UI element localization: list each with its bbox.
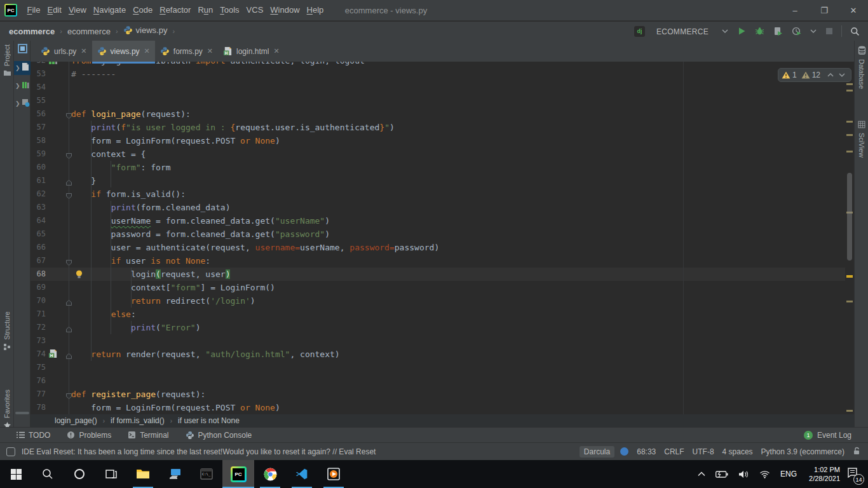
code-line[interactable]: 66 user = authenticate(request, username… xyxy=(31,241,845,254)
tray-expand-icon[interactable] xyxy=(698,471,705,477)
code-line[interactable]: 57 print(f"is user logged in : {request.… xyxy=(31,121,845,134)
taskbar-remote[interactable] xyxy=(159,460,191,488)
tab-close-icon[interactable]: ✕ xyxy=(81,47,86,55)
code-line[interactable]: 56def login_page(request): xyxy=(31,107,845,121)
toolwindow-button-problems[interactable]: Problems xyxy=(67,431,111,440)
taskbar-chrome[interactable] xyxy=(254,460,286,488)
line-number[interactable]: 76 xyxy=(35,374,46,388)
menu-refactor[interactable]: Refactor xyxy=(156,0,194,20)
wifi-icon[interactable] xyxy=(759,470,770,478)
line-number[interactable]: 75 xyxy=(35,361,46,374)
menu-file[interactable]: File xyxy=(24,0,44,20)
taskbar-start[interactable] xyxy=(0,460,32,488)
lock-icon[interactable] xyxy=(853,447,860,457)
code-line[interactable]: 73 xyxy=(31,334,845,348)
line-number[interactable]: 68 xyxy=(35,268,46,281)
line-number[interactable]: 69 xyxy=(35,281,46,294)
line-number[interactable]: 64 xyxy=(35,214,46,227)
stripe-button-favorites[interactable]: Favorites xyxy=(0,390,14,431)
run-button[interactable] xyxy=(737,27,746,36)
menu-run[interactable]: Run xyxy=(194,0,217,20)
encoding-widget[interactable]: UTF-8 xyxy=(693,447,714,456)
stop-button[interactable] xyxy=(825,27,833,35)
taskbar-explorer[interactable] xyxy=(127,460,159,488)
battery-icon[interactable] xyxy=(715,471,728,478)
breadcrumb-item[interactable]: views.py xyxy=(123,25,168,37)
code-line[interactable]: 68 login(request, user) xyxy=(31,268,845,281)
line-number[interactable]: 54 xyxy=(35,81,46,94)
menu-edit[interactable]: Edit xyxy=(44,0,65,20)
caret-position-widget[interactable]: 68:33 xyxy=(637,447,656,456)
breadcrumb-item[interactable]: login_page() xyxy=(55,416,97,425)
language-indicator[interactable]: ENG xyxy=(780,470,797,478)
close-button[interactable]: ✕ xyxy=(839,0,868,21)
code-line[interactable]: 60 "form": form xyxy=(31,161,845,174)
line-number[interactable]: 71 xyxy=(35,308,46,321)
line-number[interactable]: 56 xyxy=(35,107,46,121)
profiler-chevron[interactable] xyxy=(810,29,817,33)
line-separator-widget[interactable]: CRLF xyxy=(664,447,684,456)
line-number[interactable]: 70 xyxy=(35,294,46,308)
project-tree-row[interactable]: ❯ xyxy=(14,79,31,93)
code-line[interactable]: 64 userName = form.cleaned_data.get("use… xyxy=(31,214,845,227)
taskbar-pycharm[interactable]: PC xyxy=(222,460,254,488)
tab-views-py[interactable]: views.py✕ xyxy=(92,41,155,62)
line-number[interactable]: 78 xyxy=(35,401,46,414)
line-number[interactable]: 59 xyxy=(35,147,46,161)
taskbar-media[interactable] xyxy=(318,460,349,488)
code-line[interactable]: 70 return redirect('/login') xyxy=(31,294,845,308)
line-number[interactable]: 60 xyxy=(35,161,46,174)
run-config-selector[interactable]: ECOMMERCE xyxy=(645,25,717,37)
taskbar-vscode[interactable] xyxy=(286,460,318,488)
interpreter-widget[interactable]: Python 3.9 (ecommerce) xyxy=(761,447,844,456)
theme-widget[interactable]: Darcula xyxy=(580,446,614,458)
code-line[interactable]: 77def register_page(request): xyxy=(31,388,845,401)
minimize-button[interactable]: – xyxy=(780,0,810,21)
prev-issue-icon[interactable] xyxy=(827,73,834,77)
code-line[interactable]: 53# ------- xyxy=(31,67,845,81)
menu-navigate[interactable]: Navigate xyxy=(90,0,129,20)
debug-button[interactable] xyxy=(755,27,764,36)
taskbar-cortana[interactable] xyxy=(64,460,95,488)
line-number[interactable]: 74 xyxy=(35,348,46,361)
maximize-button[interactable]: ❐ xyxy=(810,0,839,21)
search-everywhere-button[interactable] xyxy=(850,27,860,36)
line-number[interactable]: 58 xyxy=(35,134,46,147)
code-line[interactable]: 78 form = LoginForm(request.POST or None… xyxy=(31,401,845,414)
next-issue-icon[interactable] xyxy=(839,73,845,77)
project-panel[interactable]: ❯❯❯ xyxy=(14,41,31,427)
menu-window[interactable]: Window xyxy=(267,0,303,20)
tab-close-icon[interactable]: ✕ xyxy=(144,47,150,55)
code-line[interactable]: 59 context = { xyxy=(31,147,845,161)
tab-urls-py[interactable]: urls.py✕ xyxy=(36,41,92,62)
code-line[interactable]: 58 form = LoginForm(request.POST or None… xyxy=(31,134,845,147)
code-line[interactable]: 62 if form.is_valid(): xyxy=(31,187,845,201)
line-number[interactable]: 52 xyxy=(35,62,46,67)
indent-widget[interactable]: 4 spaces xyxy=(722,447,753,456)
line-number[interactable]: 63 xyxy=(35,201,46,214)
coverage-button[interactable] xyxy=(773,27,783,36)
code-line[interactable]: 61 } xyxy=(31,174,845,187)
project-tool-icon[interactable] xyxy=(18,44,27,53)
line-number[interactable]: 73 xyxy=(35,334,46,348)
breadcrumb-item[interactable]: ecommerce xyxy=(67,27,111,36)
scrollbar-thumb[interactable] xyxy=(847,173,852,261)
code-line[interactable]: 69 context["form"] = LoginForm() xyxy=(31,281,845,294)
tab-close-icon[interactable]: ✕ xyxy=(273,47,279,55)
toolwindow-button-todo[interactable]: TODO xyxy=(17,431,50,440)
line-number[interactable]: 61 xyxy=(35,174,46,187)
line-number[interactable]: 72 xyxy=(35,321,46,334)
taskbar-taskview[interactable] xyxy=(95,460,127,488)
code-line[interactable]: 74H return render(request, "auth/login.h… xyxy=(31,348,845,361)
code-line[interactable]: 71 else: xyxy=(31,308,845,321)
error-stripe[interactable] xyxy=(845,62,854,414)
line-number[interactable]: 66 xyxy=(35,241,46,254)
profiler-button[interactable] xyxy=(792,27,801,36)
tab-forms-py[interactable]: forms.py✕ xyxy=(155,41,218,62)
taskbar-search[interactable] xyxy=(32,460,64,488)
config-dropdown-chevron[interactable] xyxy=(722,29,728,33)
code-line[interactable]: 67 if user is not None: xyxy=(31,254,845,268)
theme-color-ball[interactable] xyxy=(620,447,628,456)
breadcrumb-item[interactable]: ecommerce xyxy=(9,27,55,36)
event-log-button[interactable]: 1 Event Log xyxy=(804,431,851,440)
